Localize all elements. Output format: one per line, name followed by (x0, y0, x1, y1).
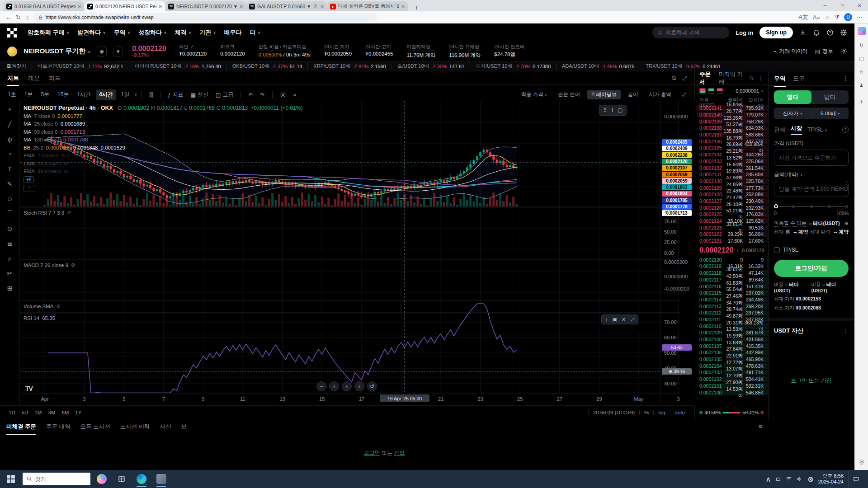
candle-type-icon[interactable]: ⫿⫿ (146, 90, 156, 99)
range-1D[interactable]: 1D (5, 409, 19, 416)
range-6M[interactable]: 6M (58, 409, 72, 416)
chart-settings-icon[interactable] (277, 90, 289, 99)
trade-data-link[interactable]: ⌁ 거래 데이터 (774, 47, 808, 55)
gann-tool[interactable]: ◔ (4, 149, 16, 160)
tab-close-icon[interactable]: ✕ (159, 4, 162, 9)
magnet-tool[interactable]: ⊞ (4, 283, 16, 294)
fullscreen-icon[interactable]: ⤢ (683, 75, 687, 82)
eye-off-icon[interactable]: ⊘ (56, 303, 60, 309)
home-button[interactable]: ⌂ (25, 14, 29, 21)
legend-collapse-button[interactable]: ⌃ (24, 185, 35, 192)
precision-select[interactable]: 0.0000001∨ (736, 88, 764, 94)
view-toggle-깊이[interactable]: 깊이 (624, 90, 642, 99)
sidebar-search-icon[interactable]: b (858, 41, 866, 49)
help-icon[interactable] (826, 29, 834, 36)
bottom-tab-주문 내역[interactable]: 주문 내역 (46, 423, 70, 431)
book-view-both-icon[interactable] (699, 88, 706, 94)
signup-button[interactable]: Sign up (760, 27, 793, 38)
ruler-tool[interactable]: ≣ (4, 238, 16, 249)
login-link[interactable]: 로그인 (791, 377, 807, 384)
slider-dot[interactable] (827, 205, 831, 208)
move-up-icon[interactable]: ↑ (604, 317, 610, 322)
selection-box-icon[interactable]: ▢ (616, 107, 624, 113)
zoom-tool[interactable]: ⌕ (4, 253, 16, 264)
pane-label[interactable]: MACD 7 26 close 9⊘ (24, 262, 75, 268)
amount-slider[interactable] (774, 203, 849, 210)
indicators-button[interactable]: ƒ지표 (165, 89, 186, 100)
view-toggle-트레이딩뷰[interactable]: 트레이딩뷰 (587, 90, 621, 99)
crosshair-tool[interactable]: ＋ (4, 104, 16, 115)
back-button[interactable]: ← (5, 14, 11, 21)
margin-mode-select[interactable]: 십자가▾ (774, 110, 811, 117)
address-bar[interactable]: https://www.okx.com/trade-swap/neiro-usd… (33, 13, 377, 22)
sidebar-games-icon[interactable]: ♟ (858, 81, 866, 89)
wifi-icon[interactable] (786, 476, 792, 482)
eye-off-icon[interactable]: ⊘ (67, 210, 71, 216)
rsi-pane-toolbar[interactable]: ↑▣✕⤢ (601, 314, 638, 324)
template-button[interactable]: ▦전신 (188, 89, 211, 100)
new-tab-button[interactable]: + (411, 4, 422, 11)
bottom-tab-봇[interactable]: 봇 (181, 423, 187, 431)
signup-link[interactable]: 가입 (394, 450, 405, 456)
more-indicators-badge[interactable]: +8 (24, 176, 34, 183)
price-input[interactable]: 시장 가격으로 주문하기 (774, 150, 849, 166)
layout-icon[interactable]: ⧉ (672, 75, 676, 82)
text-tool[interactable]: T (4, 164, 16, 174)
copilot-taskbar-icon[interactable] (93, 470, 110, 488)
orderbook-tab[interactable]: 주문서 (699, 70, 713, 86)
expand-icon[interactable]: ⤢ (679, 90, 690, 99)
download-app-icon[interactable] (799, 29, 807, 36)
cursor-icon[interactable]: I (610, 107, 615, 113)
tab-close-icon[interactable]: ✕ (321, 4, 324, 9)
favorite-ticker[interactable]: OKB/USDT 10배-1.37%51.14 (226, 63, 308, 70)
sidebar-add-icon[interactable]: ＋ (859, 98, 864, 106)
action-center-icon[interactable] (848, 470, 863, 488)
timeframe-15분[interactable]: 15분 (54, 89, 72, 100)
log-scale-toggle[interactable]: log (653, 410, 670, 415)
favorite-button[interactable]: ★ (113, 47, 123, 56)
favorite-ticker[interactable]: 이더리움/USDT 10배-2.16%1,756.40 (129, 63, 226, 70)
favorite-ticker[interactable]: 솔/USDT 10배-2.30%147.61 (392, 63, 470, 70)
snapshot-icon[interactable]: ⌗ (291, 90, 299, 99)
assets-more-icon[interactable]: ⋮ (843, 328, 849, 334)
bottom-tab-미체결 주문[interactable]: 미체결 주문 (6, 423, 36, 431)
close-button[interactable]: ✕ (851, 0, 868, 11)
trade-panel-more-icon[interactable]: ⋮ (843, 75, 849, 82)
tradingview-logo[interactable]: TV (25, 385, 33, 392)
auto-scale-toggle[interactable]: auto (670, 410, 689, 415)
pane-label[interactable]: Volume SMA⊘ (24, 303, 61, 309)
nav-item[interactable]: 배우다 (224, 28, 242, 37)
nav-item[interactable]: 무역∨ (114, 28, 131, 37)
slider-dot[interactable] (845, 205, 849, 208)
fib-tool[interactable]: ψ (4, 134, 16, 145)
slider-dot[interactable] (810, 205, 813, 208)
range-3M[interactable]: 3M (45, 409, 58, 416)
indicator-legend-row[interactable]: MA25 close 00.0001689 (24, 120, 302, 128)
slider-dot[interactable] (792, 205, 795, 208)
pencil-tool[interactable]: ✎ (4, 178, 16, 189)
favorite-ticker[interactable]: 비트코인/USDT 10배-1.11%92,632.1 (32, 63, 129, 70)
chart-tab-피드[interactable]: 피드 (49, 74, 61, 82)
chart-area[interactable]: Apr3579111315172123252729May319 Apr '25 … (0, 101, 695, 405)
tpsl-checkbox[interactable] (774, 247, 780, 253)
eye-off-icon[interactable]: ⊘ (64, 160, 68, 166)
nav-item[interactable]: 더∨ (250, 28, 261, 37)
indicator-legend-row[interactable]: EMA99 close 0⊘ (24, 168, 302, 176)
zoom-in-button[interactable]: + (329, 381, 339, 391)
last-trades-tab[interactable]: 마지막 거래 (719, 70, 743, 86)
open-button[interactable]: 열다 (774, 90, 811, 104)
cut-tool[interactable]: ✂ (4, 268, 16, 279)
volume-icon[interactable] (797, 476, 803, 482)
favorites-label[interactable]: 즐겨찾기 (6, 63, 26, 70)
login-signup-button[interactable]: 로그인/가입 (774, 260, 849, 277)
status-tray-icon[interactable]: ⊗ (807, 475, 813, 483)
drag-handle-icon[interactable]: ⠿ (601, 107, 609, 113)
pair-name[interactable]: NEIROUSDT 무기한 ∨ (24, 47, 90, 56)
leverage-select[interactable]: 5.00배▾ (811, 110, 849, 117)
percent-scale-toggle[interactable]: % (639, 410, 653, 415)
book-view-bids-icon[interactable] (708, 88, 714, 94)
system-clock[interactable]: 오후 8:56 2025-04-24 (818, 473, 844, 485)
chart-zoom-controls[interactable]: −+‹›↺ (316, 381, 377, 391)
tray-chevron-icon[interactable]: ∧ (766, 475, 771, 483)
scroll-right-button[interactable]: › (354, 381, 364, 391)
